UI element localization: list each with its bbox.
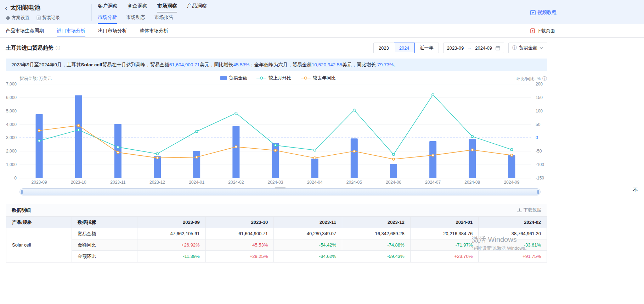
nav-item-进口市场分析[interactable]: 进口市场分析 bbox=[57, 24, 85, 37]
svg-text:2024-01: 2024-01 bbox=[189, 180, 204, 185]
metric-dropdown[interactable]: ⓘ 贸易金额 bbox=[508, 43, 547, 53]
download-data-button[interactable]: 下载数据 bbox=[517, 207, 541, 213]
svg-text:2024-05: 2024-05 bbox=[346, 180, 362, 185]
chevron-down-icon bbox=[540, 47, 543, 49]
col-header-product: 产品/规格 bbox=[6, 217, 72, 228]
main-tab-产品洞察[interactable]: 产品洞察 bbox=[187, 3, 207, 12]
download-page-button[interactable]: 下载页面 bbox=[530, 24, 555, 37]
detail-table-body: Solar cell贸易金额47,662,105.9161,604,900.71… bbox=[6, 228, 547, 262]
svg-text:0: 0 bbox=[14, 176, 17, 181]
value-cell: -54.42% bbox=[274, 239, 342, 251]
banner-segment: -79.73% bbox=[376, 62, 394, 67]
sub-tab-市场动态[interactable]: 市场动态 bbox=[126, 14, 145, 24]
chart-datazoom-slider[interactable] bbox=[19, 188, 541, 195]
banner-segment: 美元，同比增长 bbox=[200, 62, 233, 67]
nav-item-出口市场分析[interactable]: 出口市场分析 bbox=[98, 24, 127, 37]
download-data-icon bbox=[517, 208, 522, 212]
value-cell: 16,342,689.28 bbox=[342, 228, 410, 239]
main-tab-客户洞察[interactable]: 客户洞察 bbox=[98, 3, 118, 12]
title-actions: 方案设置 贸易记录 bbox=[6, 15, 60, 21]
svg-text:6,000: 6,000 bbox=[6, 95, 17, 100]
datazoom-grip[interactable] bbox=[275, 187, 286, 189]
info-icon[interactable]: ⓘ bbox=[56, 45, 60, 51]
col-header-metric: 数据指标 bbox=[72, 217, 137, 228]
header-divider bbox=[91, 4, 92, 21]
value-cell: 61,604,900.71 bbox=[205, 228, 274, 239]
banner-segment: 10,520,942.55 bbox=[312, 62, 342, 67]
trend-title-text: 土耳其进口贸易趋势 bbox=[6, 45, 53, 51]
value-cell: -71.97% bbox=[410, 239, 479, 251]
svg-text:2023-12: 2023-12 bbox=[149, 180, 165, 185]
main-tabs: 客户洞察竞企洞察市场洞察产品洞察 bbox=[98, 3, 207, 12]
date-to: 2024-09 bbox=[475, 45, 492, 51]
svg-text:2024-02: 2024-02 bbox=[228, 180, 244, 185]
clipped-text-fragment: 不 bbox=[633, 187, 638, 194]
value-cell: 20,216,384.76 bbox=[410, 228, 479, 239]
value-cell: 40,280,349.07 bbox=[274, 228, 342, 239]
data-detail-section: 数据明细 下载数据 产品/规格数据指标2023-092023-102023-11… bbox=[6, 204, 547, 262]
svg-text:4,000: 4,000 bbox=[6, 122, 17, 127]
trend-section-title: 土耳其进口贸易趋势 ⓘ bbox=[6, 45, 60, 51]
svg-text:2024-03: 2024-03 bbox=[267, 180, 283, 185]
value-cell: +26.92% bbox=[137, 239, 206, 251]
svg-text:5,000: 5,000 bbox=[6, 109, 17, 114]
back-icon[interactable]: ‹ bbox=[5, 5, 7, 11]
data-detail-title: 数据明细 bbox=[12, 207, 31, 214]
svg-text:50: 50 bbox=[536, 122, 541, 127]
table-row: 金额环比-11.39%+29.25%-34.62%-59.43%+23.70%+… bbox=[6, 251, 547, 262]
range-button-2023[interactable]: 2023 bbox=[373, 43, 394, 53]
trade-records-button[interactable]: 贸易记录 bbox=[36, 15, 60, 21]
value-cell: 38,764,961.20 bbox=[479, 228, 547, 239]
col-header-2024-01: 2024-01 bbox=[410, 217, 479, 228]
svg-text:0: 0 bbox=[536, 135, 538, 140]
datazoom-left-handle[interactable] bbox=[21, 190, 23, 194]
value-cell: +23.70% bbox=[410, 251, 479, 262]
date-from: 2023-09 bbox=[447, 45, 464, 51]
sub-tab-市场报告[interactable]: 市场报告 bbox=[154, 14, 174, 24]
main-tab-竞企洞察[interactable]: 竞企洞察 bbox=[128, 3, 147, 12]
detail-table-head-row: 产品/规格数据指标2023-092023-102023-112023-12202… bbox=[6, 217, 547, 228]
value-cell: +45.53% bbox=[205, 239, 274, 251]
svg-text:-100: -100 bbox=[536, 162, 544, 167]
video-tutorial-button[interactable]: 视频教程 bbox=[530, 9, 557, 16]
nav-item-整体市场分析[interactable]: 整体市场分析 bbox=[140, 24, 168, 37]
metric-dropdown-value: 贸易金额 bbox=[519, 45, 537, 51]
data-detail-table: 产品/规格数据指标2023-092023-102023-112023-12202… bbox=[6, 216, 547, 262]
video-play-icon bbox=[530, 10, 536, 15]
main-tab-市场洞察[interactable]: 市场洞察 bbox=[157, 3, 177, 12]
col-header-2024-02: 2024-02 bbox=[479, 217, 547, 228]
nav-item-产品市场生命周期[interactable]: 产品市场生命周期 bbox=[6, 24, 44, 37]
range-button-近一年[interactable]: 近一年 bbox=[414, 43, 439, 53]
trend-chart-svg[interactable]: 01,0002,0003,0004,0005,0006,0007,000-150… bbox=[0, 73, 556, 188]
trade-records-label: 贸易记录 bbox=[42, 15, 60, 21]
banner-segment: ；全年低峰为六月，贸易金额 bbox=[249, 62, 312, 67]
title-block: ‹ 太阳能电池 bbox=[5, 4, 40, 12]
trend-controls: 20232024近一年 2023-09 → 2024-09 ⓘ 贸易金额 bbox=[373, 43, 547, 53]
svg-text:-50: -50 bbox=[536, 149, 542, 154]
banner-segment: 贸易在十月达到高峰，贸易金额 bbox=[102, 62, 169, 67]
plan-settings-button[interactable]: 方案设置 bbox=[6, 15, 29, 21]
data-detail-header: 数据明细 下载数据 bbox=[6, 204, 547, 216]
plan-settings-label: 方案设置 bbox=[12, 15, 29, 21]
svg-text:2024-07: 2024-07 bbox=[425, 180, 441, 185]
svg-text:1,000: 1,000 bbox=[6, 162, 17, 167]
metric-cell: 贸易金额 bbox=[72, 228, 137, 239]
sub-tabs: 市场分析市场动态市场报告 bbox=[98, 14, 174, 24]
video-tutorial-label: 视频教程 bbox=[537, 9, 557, 16]
value-cell: +29.25% bbox=[205, 251, 274, 262]
value-cell: -59.43% bbox=[342, 251, 410, 262]
datazoom-right-handle[interactable] bbox=[537, 190, 539, 194]
svg-text:2023-10: 2023-10 bbox=[71, 180, 86, 185]
info-icon: ⓘ bbox=[512, 45, 517, 51]
document-icon bbox=[36, 16, 41, 20]
trend-summary-banner: 2023年9月至2024年9月，土耳其Solar cell贸易在十月达到高峰，贸… bbox=[6, 59, 547, 71]
value-cell: -33.61% bbox=[479, 239, 547, 251]
sub-tab-市场分析[interactable]: 市场分析 bbox=[98, 14, 117, 24]
svg-text:150: 150 bbox=[536, 95, 543, 100]
banner-segment: 。 bbox=[394, 62, 399, 67]
svg-text:-150: -150 bbox=[536, 176, 544, 181]
banner-segment: 61,604,900.71 bbox=[169, 62, 200, 67]
range-button-2024[interactable]: 2024 bbox=[394, 43, 415, 53]
col-header-2023-09: 2023-09 bbox=[137, 217, 206, 228]
date-range-picker[interactable]: 2023-09 → 2024-09 bbox=[443, 43, 504, 53]
